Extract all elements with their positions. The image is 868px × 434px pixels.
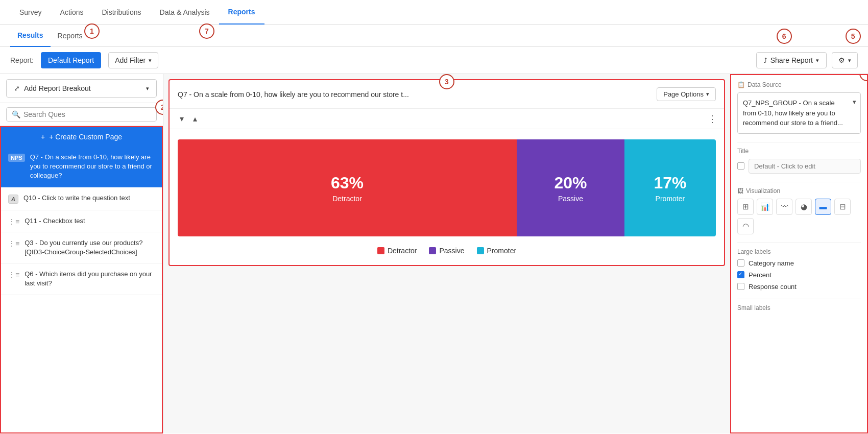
nps-badge: NPS	[8, 154, 25, 162]
promoter-segment: 17% Promoter	[624, 139, 716, 236]
sidebar-item-label: Q11 - Checkbox test	[25, 216, 85, 226]
annotation-1: 1	[84, 23, 100, 39]
detractor-pct: 63%	[331, 174, 364, 192]
search-input[interactable]	[23, 110, 151, 118]
nav-item-survey[interactable]: Survey	[10, 0, 51, 25]
divider	[737, 299, 861, 299]
sidebar-list: + + Create Custom Page NPS Q7 - On a sca…	[0, 126, 163, 433]
data-source-icon: 📋	[737, 81, 745, 88]
visualization-label: 🖼 Visualization	[737, 187, 861, 195]
data-source-section: 📋 Data Source Q7_NPS_GROUP - On a scale …	[737, 81, 861, 134]
report-card: Q7 - On a scale from 0-10, how likely ar…	[168, 79, 725, 266]
nps-chart-container: 63% Detractor 20% Passive 17% Promoter	[170, 129, 724, 265]
large-labels-label: Large labels	[737, 248, 861, 255]
sidebar-item-q7[interactable]: NPS Q7 - On a scale from 0-10, how likel…	[1, 147, 162, 187]
chevron-down-icon[interactable]: ▾	[853, 98, 856, 106]
nav-item-actions[interactable]: Actions	[51, 0, 93, 25]
list-icon: ⋮≡	[8, 271, 19, 279]
promoter-pct: 17%	[654, 174, 686, 192]
viz-stacked-bar-button[interactable]: ▬	[815, 199, 831, 215]
viz-gauge-button[interactable]: ◠	[737, 218, 754, 234]
passive-color	[429, 247, 436, 254]
category-name-checkbox[interactable]	[737, 259, 744, 267]
annotation-3: 3	[439, 74, 454, 89]
small-labels-section: Small labels	[737, 304, 861, 311]
sidebar-item-q3[interactable]: ⋮≡ Q3 - Do you currently use our product…	[1, 232, 162, 263]
small-labels-label: Small labels	[737, 304, 861, 311]
detractor-label: Detractor	[332, 195, 362, 203]
right-panel: 4 📋 Data Source Q7_NPS_GROUP - On a scal…	[730, 74, 868, 433]
main-layout: 2 ⤢ Add Report Breakout ▾ 🔍 + + Create C…	[0, 74, 868, 433]
detractor-segment: 63% Detractor	[178, 139, 517, 236]
nps-bar: 63% Detractor 20% Passive 17% Promoter	[178, 139, 716, 236]
search-input-wrap: 🔍	[6, 107, 157, 122]
toolbar: 1 7 Report: Default Report Add Filter ▾ …	[0, 47, 868, 74]
legend-detractor: Detractor	[377, 247, 417, 255]
viz-bar-button[interactable]: 📊	[757, 199, 773, 215]
page-options-button[interactable]: Page Options ▾	[657, 87, 716, 101]
sidebar-item-label: Q7 - On a scale from 0-10, how likely ar…	[30, 153, 155, 181]
search-icon: 🔍	[12, 110, 20, 118]
checkbox-category-name: Category name	[737, 259, 861, 267]
report-nav-bar: ▾ ▴ ⋮	[170, 109, 724, 129]
breakout-icon: ⤢	[14, 84, 20, 92]
data-source-box: Q7_NPS_GROUP - On a scale from 0-10, how…	[737, 92, 861, 134]
sub-nav-reports[interactable]: Reports	[51, 25, 90, 47]
next-arrow-button[interactable]: ▴	[190, 113, 200, 125]
plus-icon: +	[41, 133, 45, 141]
report-card-title: Q7 - On a scale from 0-10, how likely ar…	[178, 90, 657, 99]
center-content: 3 Q7 - On a scale from 0-10, how likely …	[163, 74, 730, 433]
sidebar-header: ⤢ Add Report Breakout ▾	[0, 74, 163, 103]
title-checkbox[interactable]	[737, 162, 744, 170]
sidebar-item-q11[interactable]: ⋮≡ Q11 - Checkbox test	[1, 210, 162, 232]
checkbox-percent: ✓ Percent	[737, 271, 861, 279]
response-count-checkbox[interactable]	[737, 283, 744, 290]
viz-line-button[interactable]: 〰	[776, 199, 792, 215]
chevron-down-icon: ▾	[146, 85, 149, 92]
viz-table-button[interactable]: ⊞	[737, 199, 754, 215]
text-badge: A	[8, 195, 18, 204]
viz-pie-button[interactable]: ◕	[795, 199, 812, 215]
title-field[interactable]	[749, 159, 861, 174]
add-report-breakout-button[interactable]: ⤢ Add Report Breakout ▾	[6, 79, 157, 98]
nps-legend: Detractor Passive Promoter	[178, 247, 716, 255]
visualization-section: 🖼 Visualization ⊞ 📊 〰 ◕ ▬ ⊟ ◠	[737, 187, 861, 234]
annotation-5: 5	[846, 29, 861, 44]
prev-arrow-button[interactable]: ▾	[177, 113, 187, 125]
divider	[737, 182, 861, 182]
sidebar-item-label: Q3 - Do you currently use our products?[…	[25, 238, 155, 257]
list-icon: ⋮≡	[8, 218, 19, 226]
sidebar-item-q6[interactable]: ⋮≡ Q6 - Which items did you purchase on …	[1, 263, 162, 295]
legend-passive: Passive	[429, 247, 464, 255]
sidebar: 2 ⤢ Add Report Breakout ▾ 🔍 + + Create C…	[0, 74, 163, 433]
sub-nav-results[interactable]: Results	[10, 25, 51, 47]
title-label: Title	[737, 148, 861, 155]
checkbox-response-count: Response count	[737, 283, 861, 291]
nav-item-reports[interactable]: Reports	[219, 0, 264, 25]
add-filter-button[interactable]: Add Filter ▾	[108, 52, 158, 68]
nav-item-distributions[interactable]: Distributions	[93, 0, 151, 25]
divider	[737, 243, 861, 243]
share-report-button[interactable]: ⤴ Share Report ▾	[756, 52, 827, 68]
data-source-label: 📋 Data Source	[737, 81, 861, 88]
create-custom-page-button[interactable]: + + Create Custom Page	[1, 127, 162, 147]
sidebar-item-q10[interactable]: A Q10 - Click to write the question text	[1, 187, 162, 210]
top-nav: Survey Actions Distributions Data & Anal…	[0, 0, 868, 25]
nav-item-data-analysis[interactable]: Data & Analysis	[151, 0, 219, 25]
annotation-6: 6	[777, 29, 792, 44]
percent-checkbox[interactable]: ✓	[737, 271, 744, 278]
list-icon: ⋮≡	[8, 239, 19, 248]
sub-nav: Results Reports	[0, 25, 868, 47]
sidebar-item-label: Q10 - Click to write the question text	[23, 194, 130, 203]
settings-button[interactable]: ⚙ ▾	[832, 52, 858, 68]
passive-pct: 20%	[554, 174, 587, 192]
default-report-button[interactable]: Default Report	[41, 52, 101, 68]
more-options-button[interactable]: ⋮	[708, 113, 717, 125]
passive-label: Passive	[558, 195, 583, 203]
promoter-label: Promoter	[656, 195, 685, 203]
viz-grid-button[interactable]: ⊟	[834, 199, 851, 215]
annotation-4: 4	[859, 74, 868, 81]
passive-segment: 20% Passive	[517, 139, 624, 236]
detractor-color	[377, 247, 384, 254]
promoter-color	[477, 247, 484, 254]
